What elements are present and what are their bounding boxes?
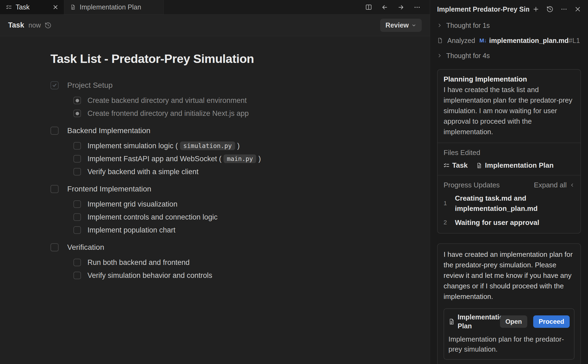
files-edited-label: Files Edited xyxy=(444,149,575,157)
artifact-card: Implementation Plan Open Proceed Impleme… xyxy=(444,308,575,360)
task-item: Implement controls and connection logic xyxy=(73,213,414,221)
file-chip-implementation-plan[interactable]: Implementation Plan xyxy=(476,161,553,170)
section-label: Project Setup xyxy=(67,81,113,90)
markdown-icon: M↓ xyxy=(479,37,486,44)
thought-label: Thought for 4s xyxy=(446,52,490,60)
progress-update: 2 Waiting for user approval xyxy=(444,217,575,228)
checkbox-empty[interactable] xyxy=(73,272,81,279)
progress-update-text: Waiting for user approval xyxy=(455,217,539,228)
task-item-label: Implement population chart xyxy=(87,226,175,234)
section-label: Verification xyxy=(67,243,104,252)
task-item: Verify backend with a simple client xyxy=(73,167,414,176)
task-item: Create frontend directory and initialize… xyxy=(73,109,414,118)
more-icon[interactable] xyxy=(560,6,567,13)
tab-bar: Task Implementation Plan xyxy=(0,0,430,15)
file-chip-task[interactable]: Task xyxy=(444,161,468,170)
status-title: Planning Implementation xyxy=(444,75,575,83)
close-icon[interactable] xyxy=(53,5,58,10)
task-checklist-icon xyxy=(6,4,12,10)
checkbox-empty[interactable] xyxy=(50,185,59,193)
tab-implementation-plan[interactable]: Implementation Plan xyxy=(64,0,164,14)
task-item-label: Verify backend with a simple client xyxy=(87,168,198,176)
progress-update-number: 2 xyxy=(444,219,448,226)
analyzed-anchor: #L1 xyxy=(569,37,580,44)
tab-plan-label: Implementation Plan xyxy=(80,3,141,11)
checkbox-empty[interactable] xyxy=(73,213,81,221)
progress-update-text: Creating task.md and implementation_plan… xyxy=(455,193,575,214)
progress-update-number: 1 xyxy=(444,200,448,207)
document-icon xyxy=(448,318,455,325)
tab-task-label: Task xyxy=(16,3,29,11)
agent-panel: Implement Predator-Prey Simu... Thought … xyxy=(430,0,588,364)
checkbox-empty[interactable] xyxy=(73,259,81,266)
more-icon[interactable] xyxy=(414,4,421,11)
checkbox-dot[interactable] xyxy=(73,110,81,117)
task-item: Run both backend and frontend xyxy=(73,258,414,267)
task-item-label: Create backend directory and virtual env… xyxy=(87,96,247,105)
checkbox-empty[interactable] xyxy=(73,226,81,234)
status-section: Planning Implementation I have created t… xyxy=(438,70,580,143)
editor-toolbar xyxy=(365,0,430,14)
checkbox-empty[interactable] xyxy=(50,243,59,251)
file-chip-label: Implementation Plan xyxy=(485,161,553,170)
proceed-button[interactable]: Proceed xyxy=(533,315,570,328)
close-icon[interactable] xyxy=(575,6,581,12)
checkbox-dot[interactable] xyxy=(73,97,81,104)
checkbox-empty[interactable] xyxy=(73,155,81,163)
split-editor-icon[interactable] xyxy=(365,4,372,11)
agent-panel-header: Implement Predator-Prey Simu... xyxy=(437,4,581,15)
page-title: Task List - Predator-Prey Simulation xyxy=(50,52,414,66)
thought-row-1[interactable]: Thought for 1s xyxy=(437,21,581,30)
analyzed-file: implementation_plan.md xyxy=(489,37,569,44)
task-item-label: Implement FastAPI app and WebSocket ( xyxy=(87,155,221,163)
document-icon xyxy=(476,163,482,168)
task-item-label: Verify simulation behavior and controls xyxy=(87,271,212,280)
file-icon xyxy=(437,38,443,43)
files-edited-section: Files Edited Task Im xyxy=(438,143,580,175)
task-item: Implement population chart xyxy=(73,226,414,234)
task-checklist-icon xyxy=(444,163,450,168)
checkbox-empty[interactable] xyxy=(73,168,81,176)
thought-row-2[interactable]: Thought for 4s xyxy=(437,51,581,60)
history-icon[interactable] xyxy=(546,6,553,13)
section-label: Frontend Implementation xyxy=(67,185,151,193)
forward-icon[interactable] xyxy=(397,4,404,11)
task-section-backend: Backend Implementation Implement simulat… xyxy=(50,126,414,176)
progress-section: Progress Updates Expand all 1 Creating t… xyxy=(438,175,580,233)
checkbox-empty[interactable] xyxy=(73,142,81,150)
back-icon[interactable] xyxy=(381,4,388,11)
code-chip: simulation.py xyxy=(180,141,235,150)
task-item: Implement FastAPI app and WebSocket (mai… xyxy=(73,154,414,163)
history-icon[interactable] xyxy=(45,22,52,29)
chevron-right-icon xyxy=(437,53,442,58)
conversation-title: Implement Predator-Prey Simu... xyxy=(437,5,529,13)
task-section-verification: Verification Run both backend and fronte… xyxy=(50,242,414,280)
document-timestamp: now xyxy=(29,21,41,29)
task-section-frontend: Frontend Implementation Implement grid v… xyxy=(50,184,414,234)
status-body: I have created the task list and impleme… xyxy=(444,85,575,137)
expand-all-button[interactable]: Expand all xyxy=(534,181,575,189)
plus-icon[interactable] xyxy=(532,6,539,13)
analyzed-row[interactable]: Analyzed M↓ implementation_plan.md#L1 xyxy=(437,36,581,45)
artifact-title: Implementation Plan xyxy=(458,313,497,331)
status-card: Planning Implementation I have created t… xyxy=(437,69,581,234)
task-list-preview: Task List - Predator-Prey Simulation Pro… xyxy=(0,36,430,364)
thought-label: Thought for 1s xyxy=(446,22,490,29)
tab-task[interactable]: Task xyxy=(0,0,64,14)
analyzed-action: Analyzed xyxy=(447,37,475,45)
task-item-label: Implement grid visualization xyxy=(87,200,177,208)
open-button[interactable]: Open xyxy=(500,315,527,328)
document-title: Task xyxy=(8,21,24,29)
chevron-left-icon xyxy=(570,183,575,187)
section-label: Backend Implementation xyxy=(67,126,150,135)
checkbox-empty[interactable] xyxy=(73,200,81,208)
task-item: Create backend directory and virtual env… xyxy=(73,96,414,105)
task-item: Implement simulation logic (simulation.p… xyxy=(73,141,414,150)
review-button-label: Review xyxy=(386,21,409,29)
checkbox-checked[interactable] xyxy=(50,81,59,89)
expand-all-label: Expand all xyxy=(534,181,567,189)
task-item: Verify simulation behavior and controls xyxy=(73,271,414,280)
document-icon xyxy=(70,4,76,10)
review-button[interactable]: Review xyxy=(380,19,422,32)
checkbox-empty[interactable] xyxy=(50,127,59,135)
